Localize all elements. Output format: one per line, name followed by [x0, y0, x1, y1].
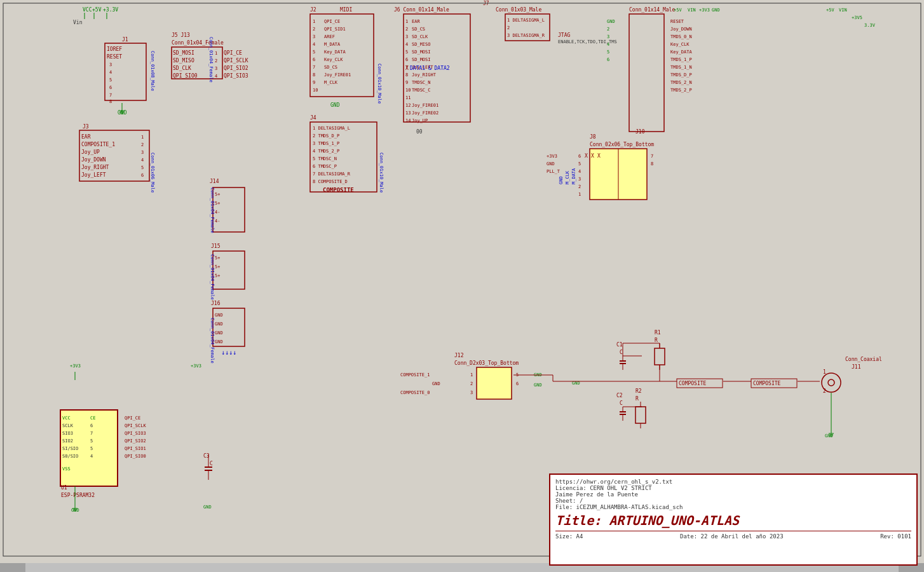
svg-text:GND: GND [712, 8, 720, 13]
svg-text:J3: J3 [83, 124, 89, 130]
svg-text:6: 6 [141, 173, 144, 178]
svg-text:+3V3: +3V3 [70, 364, 81, 369]
svg-text:12: 12 [405, 103, 411, 108]
svg-text:Joy_DOWN: Joy_DOWN [81, 157, 106, 163]
svg-text:SD_CS: SD_CS [412, 27, 425, 32]
svg-text:14: 14 [405, 118, 411, 123]
svg-text:5: 5 [109, 78, 112, 83]
svg-text:GND: GND [330, 102, 340, 108]
title-rev: Rev: 0101 [880, 533, 911, 540]
svg-text:4-: 4- [215, 210, 220, 215]
svg-text:Vin: Vin [73, 20, 83, 25]
svg-text:C1: C1 [616, 342, 623, 348]
svg-text:Key_CLK: Key_CLK [324, 57, 343, 62]
svg-text:5: 5 [90, 446, 93, 451]
svg-text:SD_MOSI: SD_MOSI [412, 50, 431, 55]
svg-text:J8: J8 [590, 134, 596, 140]
svg-text:10: 10 [313, 88, 318, 93]
title-footer: Size: A4 Date: 22 de Abril del año 2023 … [555, 531, 911, 540]
svg-text:TMDS_2_N: TMDS_2_N [670, 80, 692, 85]
svg-text:4: 4 [109, 70, 112, 75]
svg-text:7: 7 [313, 65, 315, 70]
svg-text:6: 6 [516, 381, 519, 386]
svg-text:S0/SIO: S0/SIO [62, 454, 78, 459]
svg-rect-304 [0, 563, 25, 572]
svg-text:QPI_CE: QPI_CE [324, 19, 340, 24]
svg-text:J11: J11 [852, 364, 861, 370]
svg-text:+3V3: +3V3 [191, 364, 201, 369]
svg-text:Joy_DOWN: Joy_DOWN [670, 27, 692, 32]
svg-text:6 TMDSC_P: 6 TMDSC_P [313, 164, 337, 169]
svg-text:C: C [210, 461, 213, 466]
svg-text:+3V3: +3V3 [699, 8, 710, 13]
svg-text:6: 6 [109, 85, 112, 90]
svg-text:1: 1 [215, 51, 217, 56]
svg-text:J16: J16 [211, 301, 221, 306]
svg-text:+5V: +5V [674, 8, 682, 13]
svg-text:GND: GND [432, 381, 440, 386]
svg-text:TMDS_0_N: TMDS_0_N [670, 34, 692, 39]
svg-text:Joy_RIGHT: Joy_RIGHT [412, 72, 437, 78]
svg-text:J10: J10 [635, 129, 645, 135]
svg-text:1: 1 [470, 372, 473, 378]
title-sheet: Sheet: / [555, 498, 911, 504]
svg-text:M_DATA: M_DATA [571, 168, 576, 184]
svg-text:QPI_SCLK: QPI_SCLK [224, 58, 248, 64]
svg-text:J2: J2 [310, 7, 316, 13]
svg-text:5: 5 [405, 50, 408, 55]
svg-text:M_CLK: M_CLK [324, 80, 338, 85]
svg-text:Conn_01x06_Male: Conn_01x06_Male [150, 153, 155, 193]
svg-text:2: 2 [507, 25, 510, 31]
svg-text:SD_MISO: SD_MISO [412, 42, 431, 47]
svg-text:5: 5 [607, 50, 609, 55]
svg-text:SD_CS: SD_CS [324, 65, 337, 70]
title-license: Licencia: CERN OHL V2 STRICT [555, 485, 911, 491]
svg-text:Key_CLK: Key_CLK [670, 42, 690, 47]
svg-text:3: 3 [141, 150, 144, 155]
svg-text:Conn_01x03_Male: Conn_01x03_Male [496, 7, 541, 13]
svg-text:J14: J14 [210, 179, 219, 184]
svg-text:5+: 5+ [215, 264, 220, 269]
svg-text:GND: GND [215, 322, 223, 327]
svg-text:VCC: VCC [83, 7, 92, 13]
svg-text:7: 7 [109, 93, 112, 98]
svg-text:GND: GND [534, 383, 542, 388]
svg-text:X: X [405, 65, 409, 71]
svg-text:VIN: VIN [688, 8, 696, 13]
svg-text:COMPOSITE: COMPOSITE [679, 381, 707, 386]
svg-text:10: 10 [405, 88, 411, 93]
svg-text:8: 8 [109, 99, 112, 104]
svg-text:U1: U1 [61, 485, 67, 491]
svg-text:Joy_UP: Joy_UP [81, 149, 100, 155]
svg-text:+5V: +5V [826, 8, 834, 13]
svg-text:QPI_SIO3: QPI_SIO3 [224, 73, 248, 79]
svg-text:Conn_01x04_Female: Conn_01x04_Female [172, 40, 224, 46]
svg-text:X: X [585, 153, 588, 159]
svg-text:3 DELTASIGMA_R: 3 DELTASIGMA_R [507, 33, 545, 38]
svg-text:EAR: EAR [81, 134, 91, 140]
svg-text:TMDSC_C: TMDSC_C [412, 88, 431, 93]
svg-text:QPI_SCLK: QPI_SCLK [125, 423, 147, 428]
svg-text:SD_CLK: SD_CLK [412, 34, 428, 39]
svg-text:3.3V: 3.3V [864, 23, 876, 28]
svg-text:2: 2 [470, 381, 473, 386]
svg-text:5+: 5+ [215, 201, 220, 206]
svg-text:SIO3: SIO3 [62, 431, 73, 436]
svg-text:1: 1 [823, 369, 826, 375]
svg-text:2: 2 [313, 27, 315, 32]
svg-text:1 DELTASIGMA_L: 1 DELTASIGMA_L [507, 18, 545, 23]
svg-text:J5 J13: J5 J13 [172, 32, 190, 38]
svg-text:QPI_SIO2: QPI_SIO2 [224, 65, 248, 71]
svg-text:9: 9 [405, 80, 408, 85]
svg-text:C: C [620, 400, 623, 406]
svg-text:5+: 5+ [215, 192, 220, 197]
svg-text:GND: GND [215, 339, 223, 344]
svg-text:Conn_01x08_Male: Conn_01x08_Male [150, 51, 155, 91]
svg-text:7 DELTASIGMA_R: 7 DELTASIGMA_R [313, 172, 351, 177]
svg-text:MIDI: MIDI [340, 7, 352, 13]
svg-text:Conn_01x04_Female: Conn_01x04_Female [210, 254, 215, 300]
title-block: https://ohwr.org/cern_ohl_s_v2.txt Licen… [549, 473, 918, 566]
svg-text:GND: GND [215, 330, 223, 336]
svg-text:5: 5 [313, 50, 315, 55]
svg-text:3: 3 [470, 390, 473, 395]
